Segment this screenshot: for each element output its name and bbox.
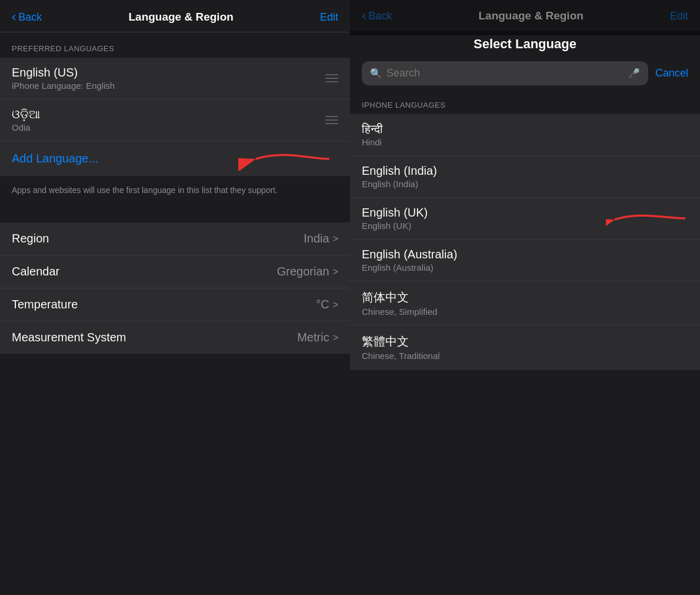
calendar-value-text: Gregorian: [277, 265, 329, 278]
language-item[interactable]: 简体中文 Chinese, Simplified: [350, 281, 700, 325]
preferred-languages-header: PREFERRED LANGUAGES: [0, 32, 350, 58]
chevron-right-icon: >: [333, 300, 338, 310]
edit-button[interactable]: Edit: [320, 11, 338, 24]
red-arrow-uk-icon: [606, 207, 688, 230]
add-language-button[interactable]: Add Language...: [0, 141, 350, 176]
left-nav-bar: ‹ Back Language & Region Edit: [0, 0, 350, 32]
temperature-label: Temperature: [12, 298, 78, 311]
temperature-value: °C >: [316, 298, 338, 311]
region-value-text: India: [304, 232, 329, 245]
left-panel: ‹ Back Language & Region Edit PREFERRED …: [0, 0, 350, 595]
mic-icon[interactable]: 🎤: [628, 68, 640, 79]
right-back-button-dimmed: ‹ Back: [362, 8, 392, 24]
language-native: English (India): [362, 164, 688, 178]
search-input[interactable]: [386, 67, 624, 79]
temperature-value-text: °C: [316, 298, 329, 311]
language-item[interactable]: 繁體中文 Chinese, Traditional: [350, 325, 700, 370]
back-button[interactable]: ‹ Back: [12, 9, 42, 25]
language-native: हिन्दी: [362, 122, 688, 136]
measurement-label: Measurement System: [12, 331, 126, 344]
back-label: Back: [18, 11, 42, 24]
right-back-label: Back: [368, 10, 392, 22]
preferred-languages-list: English (US) iPhone Language: English ଓଡ…: [0, 58, 350, 176]
drag-line-2: [325, 78, 338, 79]
search-icon: 🔍: [370, 68, 382, 79]
helper-text: Apps and websites will use the first lan…: [0, 176, 350, 205]
temperature-item[interactable]: Temperature °C >: [0, 288, 350, 321]
iphone-languages-header: IPHONE LANGUAGES: [350, 95, 700, 114]
back-chevron-icon: ‹: [12, 9, 16, 25]
measurement-value: Metric >: [297, 331, 338, 344]
region-value: India >: [304, 232, 338, 245]
cancel-button[interactable]: Cancel: [655, 67, 688, 79]
region-label: Region: [12, 232, 49, 245]
language-english: Chinese, Simplified: [362, 307, 688, 317]
language-subtitle: Odia: [12, 122, 40, 132]
measurement-item[interactable]: Measurement System Metric >: [0, 321, 350, 354]
language-title: English (US): [12, 66, 115, 79]
language-subtitle: iPhone Language: English: [12, 81, 115, 91]
red-arrow-icon: [238, 147, 332, 171]
drag-line-3: [325, 81, 338, 82]
right-nav-bar-dimmed: ‹ Back Language & Region Edit: [350, 0, 700, 31]
language-english: English (Australia): [362, 262, 688, 272]
right-panel: ‹ Back Language & Region Edit Select Lan…: [350, 0, 700, 595]
language-item[interactable]: English (India) English (India): [350, 156, 700, 198]
language-item-content: English (US) iPhone Language: English: [12, 66, 115, 91]
page-title: Language & Region: [128, 11, 233, 24]
right-page-title: Language & Region: [392, 9, 670, 22]
language-item-content: ଓଡ଼ିଆ Odia: [12, 108, 40, 132]
add-language-label: Add Language...: [12, 152, 98, 165]
calendar-item[interactable]: Calendar Gregorian >: [0, 255, 350, 288]
chevron-right-icon: >: [333, 333, 338, 343]
list-item[interactable]: ଓଡ଼ିଆ Odia: [0, 99, 350, 141]
language-list: हिन्दी Hindi English (India) English (In…: [350, 114, 700, 370]
language-item[interactable]: हिन्दी Hindi: [350, 114, 700, 156]
chevron-right-icon: >: [333, 267, 338, 277]
language-english: Chinese, Traditional: [362, 351, 688, 361]
language-item[interactable]: English (Australia) English (Australia): [350, 240, 700, 281]
search-bar[interactable]: 🔍 🎤: [362, 61, 648, 85]
language-native: English (Australia): [362, 248, 688, 261]
language-title: ଓଡ଼ିଆ: [12, 108, 40, 121]
chevron-right-icon: >: [333, 234, 338, 244]
language-native: 简体中文: [362, 290, 688, 305]
search-bar-container: 🔍 🎤 Cancel: [350, 61, 700, 95]
calendar-value: Gregorian >: [277, 265, 338, 278]
language-item-english-uk[interactable]: English (UK) English (UK): [350, 198, 700, 240]
drag-line-1: [325, 116, 338, 117]
drag-line-3: [325, 123, 338, 124]
right-back-chevron-icon: ‹: [362, 8, 366, 24]
drag-line-2: [325, 119, 338, 121]
measurement-value-text: Metric: [297, 331, 329, 344]
settings-section: Region India > Calendar Gregorian > Temp…: [0, 222, 350, 354]
region-item[interactable]: Region India >: [0, 222, 350, 255]
language-native: 繁體中文: [362, 334, 688, 350]
right-edit-button: Edit: [670, 10, 688, 22]
language-english: Hindi: [362, 137, 688, 147]
drag-line-1: [325, 74, 338, 75]
calendar-label: Calendar: [12, 265, 59, 278]
language-english: English (India): [362, 179, 688, 189]
list-item[interactable]: English (US) iPhone Language: English: [0, 58, 350, 99]
drag-handle[interactable]: [325, 116, 338, 124]
drag-handle[interactable]: [325, 74, 338, 82]
